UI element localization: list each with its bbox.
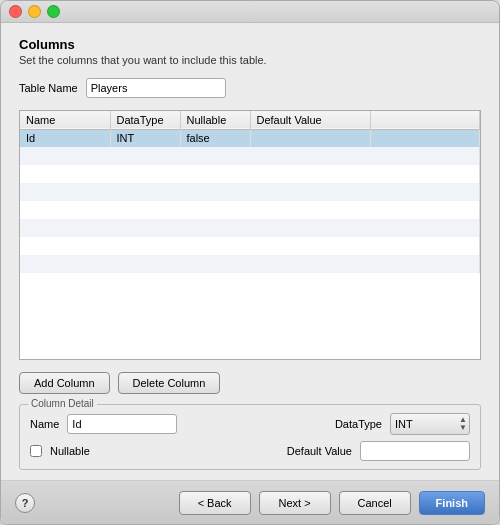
nullable-checkbox[interactable] — [30, 445, 42, 457]
detail-name-input[interactable] — [67, 414, 177, 434]
add-column-button[interactable]: Add Column — [19, 372, 110, 394]
datatype-select[interactable]: INT VARCHAR TEXT BOOLEAN FLOAT DATE DATE… — [390, 413, 470, 435]
content-area: Columns Set the columns that you want to… — [1, 23, 499, 480]
main-window: Columns Set the columns that you want to… — [0, 0, 500, 525]
detail-nullable-row: Nullable Default Value — [30, 441, 470, 461]
col-header-default: Default Value — [250, 111, 370, 129]
data-table: Name DataType Nullable Default Value Id … — [20, 111, 480, 273]
help-button[interactable]: ? — [15, 493, 35, 513]
table-header-row: Name DataType Nullable Default Value — [20, 111, 480, 129]
table-name-input[interactable] — [86, 78, 226, 98]
titlebar — [1, 1, 499, 23]
bottom-left: ? — [15, 493, 35, 513]
table-row[interactable] — [20, 147, 480, 165]
header-section: Columns Set the columns that you want to… — [19, 37, 481, 66]
cell-extra — [370, 129, 480, 147]
datatype-select-wrapper: INT VARCHAR TEXT BOOLEAN FLOAT DATE DATE… — [390, 413, 470, 435]
bottom-center: < Back Next > Cancel Finish — [179, 491, 485, 515]
col-header-nullable: Nullable — [180, 111, 250, 129]
detail-name-label: Name — [30, 418, 59, 430]
cell-name: Id — [20, 129, 110, 147]
detail-datatype-label: DataType — [335, 418, 382, 430]
cell-default — [250, 129, 370, 147]
table-row[interactable] — [20, 237, 480, 255]
nullable-label: Nullable — [50, 445, 90, 457]
detail-name-row: Name DataType INT VARCHAR TEXT BOOLEAN F… — [30, 413, 470, 435]
cell-datatype: INT — [110, 129, 180, 147]
table-row[interactable] — [20, 201, 480, 219]
col-header-name: Name — [20, 111, 110, 129]
col-header-datatype: DataType — [110, 111, 180, 129]
header-title: Columns — [19, 37, 481, 52]
table-row[interactable]: Id INT false — [20, 129, 480, 147]
column-detail-box: Column Detail Name DataType INT VARCHAR … — [19, 404, 481, 470]
buttons-row: Add Column Delete Column — [19, 372, 481, 394]
back-button[interactable]: < Back — [179, 491, 251, 515]
minimize-button[interactable] — [28, 5, 41, 18]
default-value-label: Default Value — [287, 445, 352, 457]
table-row[interactable] — [20, 219, 480, 237]
cell-nullable: false — [180, 129, 250, 147]
bottom-bar: ? < Back Next > Cancel Finish — [1, 480, 499, 524]
next-button[interactable]: Next > — [259, 491, 331, 515]
delete-column-button[interactable]: Delete Column — [118, 372, 221, 394]
close-button[interactable] — [9, 5, 22, 18]
finish-button[interactable]: Finish — [419, 491, 485, 515]
cancel-button[interactable]: Cancel — [339, 491, 411, 515]
column-detail-legend: Column Detail — [28, 398, 97, 409]
default-value-input[interactable] — [360, 441, 470, 461]
table-row[interactable] — [20, 165, 480, 183]
table-row[interactable] — [20, 183, 480, 201]
table-name-row: Table Name — [19, 78, 481, 98]
table-row[interactable] — [20, 255, 480, 273]
table-name-label: Table Name — [19, 82, 78, 94]
col-header-extra — [370, 111, 480, 129]
data-table-container: Name DataType Nullable Default Value Id … — [19, 110, 481, 360]
maximize-button[interactable] — [47, 5, 60, 18]
header-subtitle: Set the columns that you want to include… — [19, 54, 481, 66]
